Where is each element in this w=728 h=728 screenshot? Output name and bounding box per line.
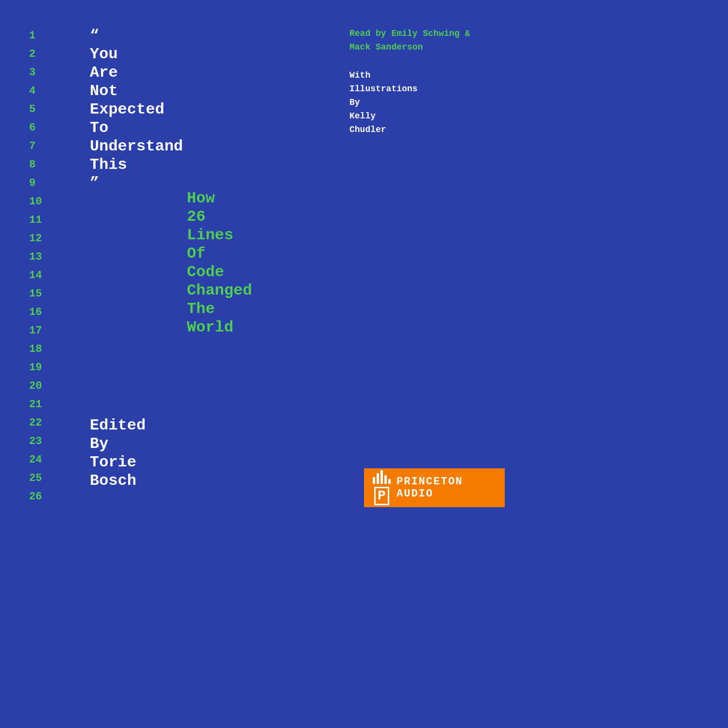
close-quote-mark: ” [90,174,183,193]
subtitle-code: Code [187,263,252,281]
line-num-21: 21 [29,396,42,414]
pa-bar-3 [381,470,383,484]
subtitle-the: The [187,300,252,318]
subtitle-of: Of [187,245,252,263]
line-num-13: 13 [29,248,42,266]
pa-p-letter: P [374,487,389,505]
edited-word-torie: Torie [90,453,146,472]
edited-word-by: By [90,435,146,453]
subtitle-lines: Lines [187,226,252,245]
subtitle-26: 26 [187,208,252,226]
pa-bar-5 [388,479,391,484]
subtitle-how: How [187,189,252,208]
princeton-icon: P [373,470,391,505]
quote-word-not: Not [90,82,183,100]
line-num-18: 18 [29,340,42,359]
princeton-name: PRINCETON [397,476,463,488]
line-num-6: 6 [29,119,42,137]
line-num-8: 8 [29,156,42,174]
line-num-26: 26 [29,488,42,506]
quote-words: You Are Not Expected To Understand This [90,45,183,174]
subtitle-world: World [187,318,252,337]
princeton-audio: AUDIO [397,488,463,500]
quote-word-are: Are [90,64,183,82]
read-by-line1: Read by Emily Schwing & [349,29,470,38]
line-num-4: 4 [29,82,42,100]
line-num-19: 19 [29,359,42,377]
line-num-2: 2 [29,45,42,64]
line-num-3: 3 [29,64,42,82]
quote-word-you: You [90,45,183,64]
line-num-20: 20 [29,377,42,396]
edited-word-bosch: Bosch [90,472,146,490]
edited-word-edited: Edited [90,416,146,435]
line-num-9: 9 [29,174,42,193]
edited-block: Edited By Torie Bosch [90,416,146,490]
line-num-25: 25 [29,469,42,488]
illustrations-kelly: Kelly [349,111,376,121]
read-by-name: Mack Sanderson [349,42,423,52]
line-num-24: 24 [29,451,42,469]
princeton-audio-logo: P PRINCETON AUDIO [364,468,505,507]
pa-bars-icon [373,470,391,484]
illustrations-chudler: Chudler [349,125,386,134]
open-quote-mark: “ [90,27,183,45]
line-num-12: 12 [29,230,42,248]
quote-word-expected: Expected [90,100,183,119]
read-by-text: Read by Emily Schwing & Mack Sanderson [349,27,505,54]
pa-bar-4 [384,475,387,484]
line-num-22: 22 [29,414,42,432]
pa-bar-1 [373,477,375,484]
line-num-5: 5 [29,100,42,119]
princeton-text-block: PRINCETON AUDIO [397,476,463,500]
quote-block: “ You Are Not Expected To Understand Thi… [90,27,183,193]
right-info-block: Read by Emily Schwing & Mack Sanderson W… [349,27,505,136]
line-num-11: 11 [29,211,42,230]
illustrations-label: Illustrations [349,84,417,94]
line-num-16: 16 [29,303,42,322]
subtitle-changed: Changed [187,281,252,300]
line-num-17: 17 [29,322,42,340]
line-num-15: 15 [29,285,42,303]
line-num-7: 7 [29,137,42,156]
quote-word-this: This [90,156,183,174]
subtitle-block: How 26 Lines Of Code Changed The World [187,189,252,337]
line-num-10: 10 [29,193,42,211]
line-num-23: 23 [29,432,42,451]
line-numbers: 1 2 3 4 5 6 7 8 9 10 11 12 13 14 15 16 1… [29,27,42,506]
illustrations-with: With [349,70,370,80]
pa-bar-2 [377,473,379,484]
illustrations-block: With Illustrations By Kelly Chudler [349,68,505,136]
quote-word-understand: Understand [90,137,183,156]
line-num-1: 1 [29,27,42,45]
illustrations-by: By [349,98,360,107]
line-num-14: 14 [29,266,42,285]
quote-word-to: To [90,119,183,137]
